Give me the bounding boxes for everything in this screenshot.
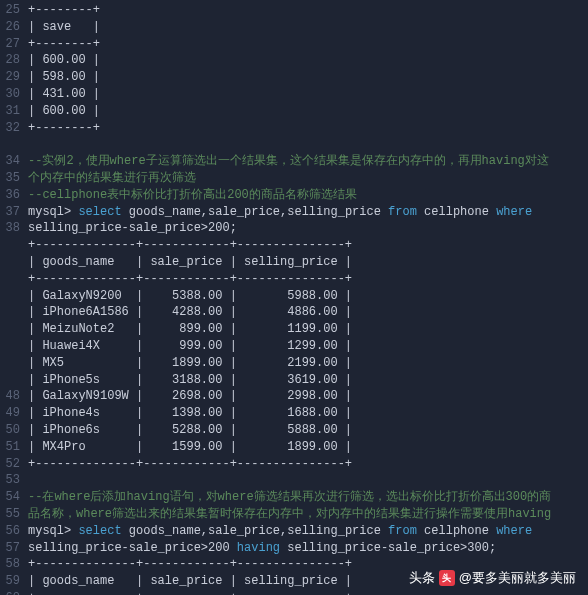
line-number: 58 xyxy=(0,556,20,573)
code-line: 品名称，where筛选出来的结果集暂时保存在内存中，对内存中的结果集进行操作需要… xyxy=(28,506,588,523)
code-line: | MX5 | 1899.00 | 2199.00 | xyxy=(28,355,588,372)
line-number: 55 xyxy=(0,506,20,523)
code-line: | 598.00 | xyxy=(28,69,588,86)
line-number xyxy=(0,271,20,288)
line-number: 56 xyxy=(0,523,20,540)
line-number: 57 xyxy=(0,540,20,557)
watermark-handle: @要多美丽就多美丽 xyxy=(459,569,576,587)
line-number xyxy=(0,237,20,254)
line-number xyxy=(0,304,20,321)
code-line: mysql> select goods_name,sale_price,sell… xyxy=(28,523,588,540)
code-line: +--------+ xyxy=(28,2,588,19)
code-line xyxy=(28,472,588,489)
line-number: 26 xyxy=(0,19,20,36)
code-line: selling_price-sale_price>200 having sell… xyxy=(28,540,588,557)
line-number xyxy=(0,288,20,305)
watermark: 头条 头 @要多美丽就多美丽 xyxy=(409,569,576,587)
code-line: | GalaxyN9109W | 2698.00 | 2998.00 | xyxy=(28,388,588,405)
code-line: --实例2，使用where子运算筛选出一个结果集，这个结果集是保存在内存中的，再… xyxy=(28,153,588,170)
code-line: | MX4Pro | 1599.00 | 1899.00 | xyxy=(28,439,588,456)
line-number: 51 xyxy=(0,439,20,456)
code-line: mysql> select goods_name,sale_price,sell… xyxy=(28,204,588,221)
line-gutter: 2526272829303132343536373848495051525354… xyxy=(0,0,28,595)
line-number: 54 xyxy=(0,489,20,506)
line-number: 31 xyxy=(0,103,20,120)
code-line: | iPhone4s | 1398.00 | 1688.00 | xyxy=(28,405,588,422)
code-line: | GalaxyN9200 | 5388.00 | 5988.00 | xyxy=(28,288,588,305)
line-number: 48 xyxy=(0,388,20,405)
code-line: +--------------+------------+-----------… xyxy=(28,456,588,473)
line-number xyxy=(0,254,20,271)
code-line: | save | xyxy=(28,19,588,36)
code-line: +--------------+------------+-----------… xyxy=(28,590,588,595)
line-number: 30 xyxy=(0,86,20,103)
line-number: 32 xyxy=(0,120,20,137)
line-number xyxy=(0,338,20,355)
line-number xyxy=(0,355,20,372)
line-number: 35 xyxy=(0,170,20,187)
code-line: 个内存中的结果集进行再次筛选 xyxy=(28,170,588,187)
line-number: 59 xyxy=(0,573,20,590)
line-number: 50 xyxy=(0,422,20,439)
code-line: | goods_name | sale_price | selling_pric… xyxy=(28,254,588,271)
line-number: 60 xyxy=(0,590,20,595)
line-number xyxy=(0,136,20,153)
line-number: 53 xyxy=(0,472,20,489)
code-editor: 2526272829303132343536373848495051525354… xyxy=(0,0,588,595)
code-line: | Huawei4X | 999.00 | 1299.00 | xyxy=(28,338,588,355)
line-number: 38 xyxy=(0,220,20,237)
code-line xyxy=(28,136,588,153)
code-area[interactable]: +--------+| save |+--------+| 600.00 || … xyxy=(28,0,588,595)
code-line: --在where后添加having语句，对where筛选结果再次进行筛选，选出标… xyxy=(28,489,588,506)
line-number: 25 xyxy=(0,2,20,19)
code-line: | 600.00 | xyxy=(28,103,588,120)
code-line: --cellphone表中标价比打折价高出200的商品名称筛选结果 xyxy=(28,187,588,204)
code-line: +--------------+------------+-----------… xyxy=(28,237,588,254)
code-line: | iPhone5s | 3188.00 | 3619.00 | xyxy=(28,372,588,389)
code-line: | MeizuNote2 | 899.00 | 1199.00 | xyxy=(28,321,588,338)
code-line: | iPhone6s | 5288.00 | 5888.00 | xyxy=(28,422,588,439)
line-number: 34 xyxy=(0,153,20,170)
code-line: +--------+ xyxy=(28,120,588,137)
line-number: 28 xyxy=(0,52,20,69)
line-number xyxy=(0,321,20,338)
line-number: 49 xyxy=(0,405,20,422)
code-line: +--------+ xyxy=(28,36,588,53)
code-line: | 431.00 | xyxy=(28,86,588,103)
line-number: 52 xyxy=(0,456,20,473)
code-line: +--------------+------------+-----------… xyxy=(28,271,588,288)
line-number: 29 xyxy=(0,69,20,86)
code-line: selling_price-sale_price>200; xyxy=(28,220,588,237)
line-number: 37 xyxy=(0,204,20,221)
watermark-prefix: 头条 xyxy=(409,569,435,587)
line-number: 27 xyxy=(0,36,20,53)
code-line: | iPhone6A1586 | 4288.00 | 4886.00 | xyxy=(28,304,588,321)
line-number xyxy=(0,372,20,389)
line-number: 36 xyxy=(0,187,20,204)
watermark-logo-icon: 头 xyxy=(439,570,455,586)
code-line: | 600.00 | xyxy=(28,52,588,69)
